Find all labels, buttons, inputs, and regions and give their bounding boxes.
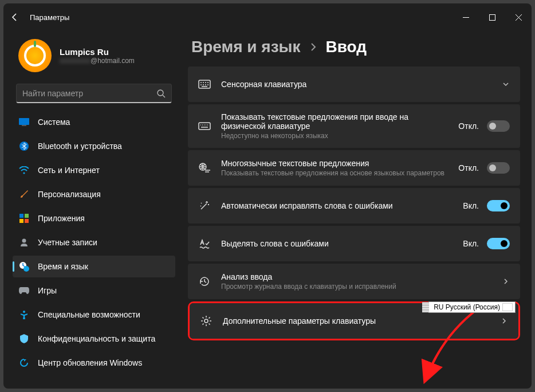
sidebar: Lumpics Ru xxxxxxxxx@hotmail.com Система… <box>3 31 181 389</box>
setting-highlight-misspelled[interactable]: Выделять слова с ошибками Вкл. <box>188 226 520 261</box>
profile-email: xxxxxxxxx@hotmail.com <box>60 57 135 65</box>
search-box[interactable] <box>16 84 172 103</box>
svg-rect-9 <box>25 219 29 223</box>
svg-point-5 <box>23 172 25 174</box>
language-indicator[interactable]: RU Русский (Россия) <box>428 301 516 313</box>
gear-icon <box>200 315 213 327</box>
person-icon <box>18 237 30 248</box>
svg-rect-3 <box>22 125 26 126</box>
clock-globe-icon <box>18 261 30 272</box>
chevron-down-icon <box>502 80 510 88</box>
svg-point-10 <box>22 239 26 243</box>
accessibility-icon <box>18 309 30 320</box>
update-icon <box>18 357 30 369</box>
svg-point-13 <box>23 311 25 313</box>
svg-point-1 <box>158 90 163 96</box>
svg-rect-14 <box>199 80 210 88</box>
keyboard-small-icon <box>198 120 211 132</box>
sidebar-item-system[interactable]: Система <box>13 111 175 133</box>
apps-icon <box>18 213 30 224</box>
window-title: Параметры <box>30 13 69 22</box>
sidebar-item-bluetooth[interactable]: Bluetooth и устройства <box>13 135 175 157</box>
titlebar: Параметры <box>3 3 532 31</box>
profile-name: Lumpics Ru <box>60 47 135 57</box>
gamepad-icon <box>18 285 30 296</box>
profile-block[interactable]: Lumpics Ru xxxxxxxxx@hotmail.com <box>13 36 175 81</box>
svg-rect-15 <box>199 123 210 130</box>
toggle-switch[interactable] <box>487 238 510 249</box>
chevron-right-icon <box>500 317 508 325</box>
setting-autocorrect[interactable]: Автоматически исправлять слова с ошибкам… <box>188 188 520 224</box>
svg-rect-2 <box>19 118 29 125</box>
wand-icon <box>198 199 211 212</box>
avatar <box>18 39 52 72</box>
svg-point-12 <box>23 266 29 272</box>
breadcrumb-current: Ввод <box>326 38 367 56</box>
svg-point-17 <box>204 319 208 323</box>
setting-typing-insights[interactable]: Анализ ввода Просмотр журнала ввода с кл… <box>188 264 520 299</box>
setting-physical-kb-suggestions[interactable]: Показывать текстовые предложения при вво… <box>188 104 520 148</box>
globe-text-icon <box>198 162 211 174</box>
sidebar-item-gaming[interactable]: Игры <box>13 280 175 301</box>
sidebar-item-accessibility[interactable]: Специальные возможности <box>13 304 175 326</box>
system-icon <box>18 116 30 128</box>
svg-rect-8 <box>19 219 23 223</box>
setting-touch-keyboard[interactable]: Сенсорная клавиатура <box>188 66 520 102</box>
sidebar-nav: Система Bluetooth и устройства Сеть и Ин… <box>13 111 175 374</box>
sidebar-item-privacy[interactable]: Конфиденциальность и защита <box>13 328 175 350</box>
sidebar-item-update[interactable]: Центр обновления Windows <box>13 352 175 374</box>
bluetooth-icon <box>18 140 30 152</box>
maximize-button[interactable] <box>479 7 505 28</box>
chevron-right-icon <box>310 42 317 52</box>
search-icon <box>156 89 166 98</box>
wifi-icon <box>18 164 30 176</box>
close-button[interactable] <box>505 7 532 28</box>
chevron-right-icon <box>502 277 510 285</box>
svg-rect-0 <box>489 14 495 20</box>
sidebar-item-accounts[interactable]: Учетные записи <box>13 232 175 253</box>
history-icon <box>198 275 211 288</box>
settings-window: Параметры Lumpics Ru xxxxxxxxx@hotmail.c… <box>3 3 532 389</box>
shield-icon <box>18 333 30 344</box>
toggle-switch[interactable] <box>487 200 510 211</box>
svg-rect-6 <box>19 214 23 218</box>
breadcrumb-parent[interactable]: Время и язык <box>191 38 301 56</box>
toggle-switch[interactable] <box>487 120 510 132</box>
minimize-button[interactable] <box>453 7 479 28</box>
toggle-switch[interactable] <box>487 162 510 174</box>
svg-rect-7 <box>25 214 29 218</box>
sidebar-item-apps[interactable]: Приложения <box>13 207 175 229</box>
sidebar-item-time-lang[interactable]: Время и язык <box>13 256 175 277</box>
brush-icon <box>18 189 30 200</box>
breadcrumb: Время и язык Ввод <box>191 38 520 56</box>
spellcheck-icon <box>198 237 211 250</box>
search-input[interactable] <box>22 89 156 98</box>
setting-multilang-suggestions[interactable]: Многоязычные текстовые предложения Показ… <box>188 150 520 186</box>
keyboard-icon <box>198 78 211 91</box>
main-panel: Время и язык Ввод Сенсорная клавиатура П… <box>181 31 532 389</box>
sidebar-item-network[interactable]: Сеть и Интернет <box>13 159 175 181</box>
back-button[interactable] <box>3 3 26 31</box>
sidebar-item-personalization[interactable]: Персонализация <box>13 183 175 205</box>
